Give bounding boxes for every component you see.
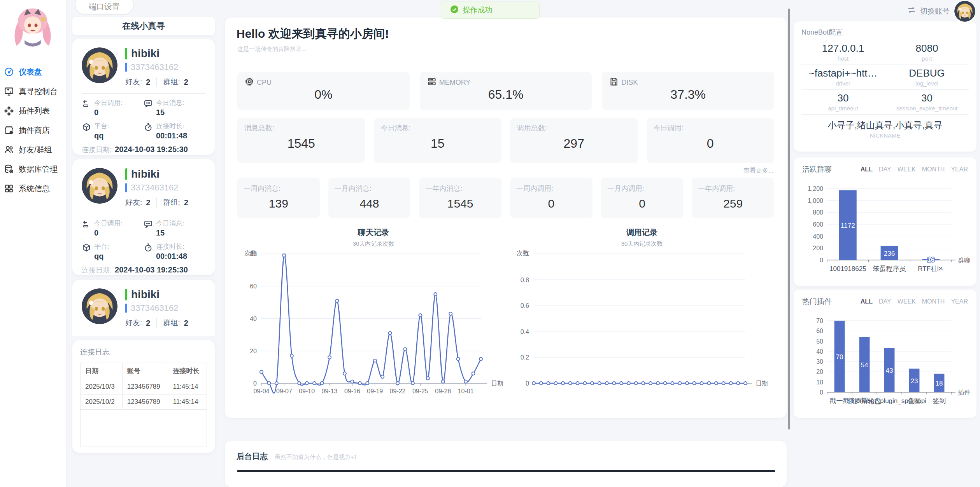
cpu-icon (244, 77, 254, 89)
tab-day[interactable]: DAY (879, 166, 891, 173)
bot-column: 端口设置 在线小真寻 hibiki 3373463162 好友:2 群组:2 (69, 0, 218, 487)
view-more-link[interactable]: 查看更多... (743, 167, 773, 175)
svg-text:1001918625: 1001918625 (829, 265, 866, 272)
divider (82, 93, 205, 94)
svg-text:30: 30 (816, 358, 823, 365)
chat-bubble-icon (144, 99, 153, 108)
sidebar-item-label: 数据库管理 (19, 164, 58, 175)
bot-list-title: 在线小真寻 (72, 17, 215, 35)
tab-all[interactable]: ALL (861, 298, 873, 305)
user-avatar[interactable] (954, 1, 975, 22)
bot-id: 3373463162 (131, 303, 178, 313)
id-bar (125, 63, 127, 72)
main-scrollbar[interactable] (788, 9, 790, 429)
svg-text:20: 20 (816, 368, 823, 375)
connection-log-title: 连接日志 (80, 347, 207, 357)
svg-text:日期: 日期 (756, 380, 768, 387)
sidebar: 仪表盘 真寻控制台 插件列表 插件商店 好友/群组 数据库管理 (0, 0, 66, 487)
sidebar-item-system-info[interactable]: 系统信息 (0, 179, 66, 198)
nonebot-config-panel: NoneBot配置 127.0.0.1host 8080port ~fastap… (794, 21, 976, 152)
svg-text:09-04: 09-04 (254, 388, 270, 394)
bot-name: hibiki (131, 168, 160, 180)
svg-text:43: 43 (886, 367, 893, 374)
svg-text:0: 0 (526, 380, 529, 387)
sidebar-item-plugin-store[interactable]: 插件商店 (0, 120, 66, 140)
svg-text:群聊: 群聊 (958, 257, 970, 264)
svg-text:50: 50 (816, 338, 823, 345)
stat-card-week-calls: 一周内调用:0 (510, 178, 593, 218)
bot-avatar (82, 168, 117, 204)
svg-text:09-07: 09-07 (276, 388, 292, 394)
connection-log-panel: 连接日志 日期 账号 连接时长 2025/10/312345678911:45:… (72, 340, 215, 453)
svg-text:次数: 次数 (244, 250, 257, 257)
svg-text:日期: 日期 (491, 380, 503, 387)
page-subtitle: 这是一场传奇的冒险旅途... (237, 45, 307, 53)
tab-month[interactable]: MONTH (922, 166, 945, 173)
stat-card-today-messages: 今日消息:15 (374, 118, 502, 163)
id-bar (125, 183, 127, 192)
chat-bubble-icon (144, 220, 153, 229)
sidebar-item-label: 仪表盘 (19, 67, 42, 77)
undo-arrow-icon (82, 99, 91, 108)
svg-text:戳一戳: 戳一戳 (830, 397, 850, 405)
bot-card[interactable]: hibiki 3373463162 好友:2 群组:2 今日调用:0 今日消息:… (72, 159, 215, 275)
sidebar-item-label: 插件列表 (19, 106, 50, 116)
svg-text:40: 40 (250, 316, 257, 322)
svg-text:次数: 次数 (517, 250, 529, 257)
bot-card-list[interactable]: hibiki 3373463162 好友:2 群组:2 今日调用:0 今日消息:… (72, 39, 215, 336)
sidebar-item-dashboard[interactable]: 仪表盘 (0, 62, 66, 82)
memory-card: MEMORY 65.1% (420, 72, 592, 110)
sidebar-item-console[interactable]: 真寻控制台 (0, 82, 66, 101)
svg-text:0.2: 0.2 (521, 354, 529, 361)
svg-text:RTF社区: RTF社区 (918, 265, 944, 272)
svg-text:09-28: 09-28 (435, 388, 451, 394)
svg-text:1,000: 1,000 (808, 197, 823, 204)
table-row: 2025/10/312345678911:45:14 (81, 379, 207, 394)
table-row: 2025/10/212345678911:45:14 (81, 394, 207, 410)
svg-text:色图: 色图 (907, 397, 921, 405)
svg-text:10: 10 (816, 379, 823, 386)
svg-text:54: 54 (861, 361, 868, 369)
svg-text:40: 40 (816, 348, 823, 355)
sidebar-item-plugin-list[interactable]: 插件列表 (0, 101, 66, 120)
sidebar-item-database[interactable]: 数据库管理 (0, 159, 66, 179)
bot-card[interactable]: hibiki 3373463162 好友:2 群组:2 今日调用:0 今日消息:… (72, 39, 215, 155)
charts-row: 聊天记录 30天内记录次数 02040608009-0409-0709-1009… (237, 227, 774, 403)
tab-month[interactable]: MONTH (922, 298, 945, 305)
svg-text:60: 60 (816, 328, 823, 334)
call-records-chart: 调用记录 30天内记录次数 00.20.40.60.81次数日期 (510, 227, 774, 403)
cube-icon (82, 243, 91, 252)
sidebar-item-friends-groups[interactable]: 好友/群组 (0, 140, 66, 159)
hot-plugins-bar-chart: 01020304050607070戳一戳54俄罗斯轮盘43nonebot_plu… (800, 312, 970, 414)
groups-count: 2 (184, 78, 188, 87)
period-stats-row: 一周内消息:139 一月内消息:448 一年内消息:1545 一周内调用:0 一… (237, 178, 774, 218)
tab-week[interactable]: WEEK (898, 298, 916, 305)
svg-text:0: 0 (253, 380, 257, 387)
bot-card[interactable]: hibiki 3373463162 好友:2 群组:2 (72, 280, 215, 336)
bot-avatar (82, 288, 117, 324)
switch-account-button[interactable]: 切换账号 (907, 5, 950, 17)
backend-log-title: 后台日志 (237, 451, 268, 462)
tab-day[interactable]: DAY (879, 298, 891, 305)
svg-text:09-25: 09-25 (412, 388, 428, 394)
swap-icon (907, 5, 916, 17)
svg-text:0.8: 0.8 (521, 277, 529, 283)
range-tabs: ALL DAY WEEK MONTH YEAR (861, 166, 968, 173)
tab-week[interactable]: WEEK (898, 166, 916, 173)
config-nickname: 小寻子,绪山真寻,小真寻,真寻 NICKNAME (801, 119, 969, 139)
svg-text:400: 400 (813, 233, 823, 240)
friends-icon (4, 145, 14, 155)
svg-text:23: 23 (911, 377, 918, 385)
tab-year[interactable]: YEAR (951, 298, 968, 305)
tab-all[interactable]: ALL (861, 166, 873, 173)
config-host: 127.0.0.1host (801, 40, 885, 65)
svg-text:签到: 签到 (933, 397, 946, 405)
stat-card-total-calls: 调用总数:297 (510, 118, 638, 163)
stopwatch-icon (144, 243, 153, 252)
backend-log-subtitle: 虽然不知道为什么，但是视力+1 (275, 454, 357, 461)
gauge-icon (4, 67, 14, 77)
svg-text:0: 0 (820, 389, 823, 396)
tab-year[interactable]: YEAR (951, 166, 968, 173)
friends-label: 好友: (125, 77, 142, 87)
port-settings-button[interactable]: 端口设置 (75, 0, 134, 15)
